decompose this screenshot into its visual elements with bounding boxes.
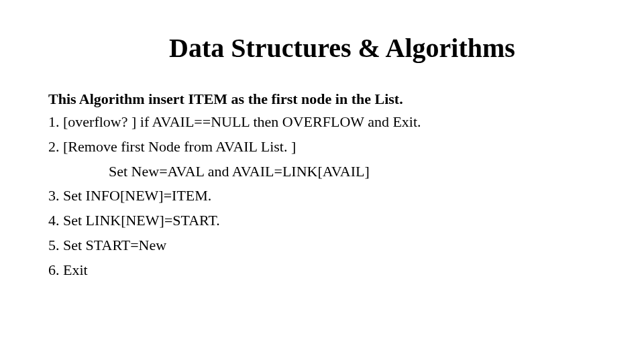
step-4: 4. Set LINK[NEW]=START. (48, 210, 596, 231)
algorithm-intro: This Algorithm insert ITEM as the first … (48, 90, 596, 108)
step-2: 2. [Remove first Node from AVAIL List. ] (48, 137, 596, 158)
page-title: Data Structures & Algorithms (89, 32, 596, 64)
step-2b: Set New=AVAL and AVAIL=LINK[AVAIL] (48, 162, 596, 182)
step-5: 5. Set START=New (48, 235, 596, 256)
step-3: 3. Set INFO[NEW]=ITEM. (48, 186, 596, 206)
step-1: 1. [overflow? ] if AVAIL==NULL then OVER… (48, 112, 596, 133)
step-6: 6. Exit (48, 260, 596, 281)
